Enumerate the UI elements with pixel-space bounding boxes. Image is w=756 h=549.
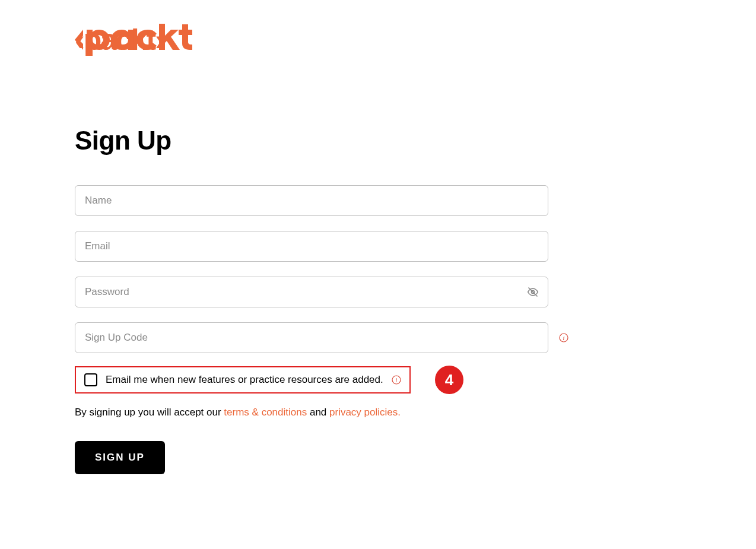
page-title: Sign Up: [75, 126, 756, 156]
privacy-link[interactable]: privacy policies.: [329, 407, 401, 418]
terms-middle: and: [307, 407, 329, 418]
terms-link[interactable]: terms & conditions: [224, 407, 307, 418]
email-optin-row: Email me when new features or practice r…: [75, 366, 411, 393]
terms-text: By signing up you will accept our terms …: [75, 407, 756, 418]
eye-hidden-icon[interactable]: [527, 286, 539, 298]
name-input[interactable]: [75, 185, 548, 216]
info-icon[interactable]: i: [392, 375, 401, 385]
email-optin-label: Email me when new features or practice r…: [106, 374, 383, 386]
password-input[interactable]: [75, 277, 548, 307]
terms-prefix: By signing up you will accept our: [75, 407, 224, 418]
info-icon[interactable]: i: [559, 333, 568, 342]
svg-text:i: i: [395, 377, 397, 383]
signup-code-input[interactable]: [75, 322, 548, 353]
email-optin-checkbox[interactable]: [84, 373, 97, 386]
annotation-badge: 4: [435, 366, 463, 394]
svg-text:i: i: [563, 335, 565, 341]
packt-logo: ‹packt›: [75, 24, 756, 88]
email-input[interactable]: [75, 231, 548, 262]
signup-button[interactable]: SIGN UP: [75, 441, 165, 474]
